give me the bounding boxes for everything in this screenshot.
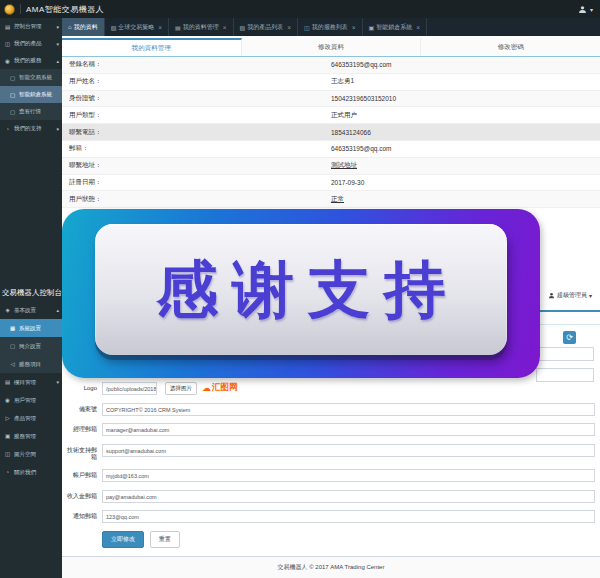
huitu-brand-logo: ☁ 汇图网 [202, 382, 238, 394]
admin-dropdown[interactable]: 超級管理員 ▾ [548, 291, 592, 300]
home-icon: ⌂ [68, 24, 72, 30]
sidebar-item-view-market[interactable]: ▢ 查看行情 [0, 103, 62, 120]
thanks-banner: 感谢支持 [62, 209, 540, 378]
table-row-login-name: 登錄名稱： 646353195@qq.com [62, 57, 600, 74]
info-icon: ◔ [4, 469, 11, 475]
logo-path-input[interactable]: /public/uploads/20180902/0 [102, 382, 157, 395]
admin-label: 超級管理員 [557, 291, 587, 300]
sitemap-icon: ▧ [240, 24, 246, 31]
support-email-input[interactable]: support@amadubai.com [102, 444, 595, 457]
sidebar-item-image-space[interactable]: ◫ 圖片空間 [0, 445, 62, 463]
sidebar-item-console-management[interactable]: ▤ 控制台管理 ▾ [0, 18, 62, 35]
table-row-user-status: 用戶狀態： 正常 [62, 191, 600, 208]
page-footer: 交易機器人 © 2017 AMA Trading Center [62, 556, 600, 578]
settings-row-logo: Logo /public/uploads/20180902/0 选择图片 ☁ 汇… [62, 382, 600, 395]
close-icon[interactable]: × [416, 24, 420, 31]
sidebar-item-our-products[interactable]: ◫ 我們的產品 ▾ [0, 35, 62, 52]
notify-email-input[interactable]: 123@qq.com [102, 510, 595, 523]
sidebar-item-product-management[interactable]: ▷ 產品管理 [0, 409, 62, 427]
chevron-down-icon: ▾ [56, 41, 59, 47]
file-icon: ▢ [9, 92, 16, 98]
select-image-button[interactable]: 选择图片 [165, 382, 197, 395]
sidebar-item-user-management[interactable]: ◉ 用戶管理 [0, 391, 62, 409]
hidden-input-fragment[interactable] [536, 347, 594, 361]
sidebar-item-service-items[interactable]: ◁ 服務項目 [0, 355, 62, 373]
navbar-divider [20, 4, 21, 14]
close-icon[interactable]: × [287, 24, 291, 31]
subtab-profile-management[interactable]: 我的資料管理 [62, 38, 242, 56]
book-icon: ▣ [4, 433, 11, 439]
desktop-icon: ▤ [4, 24, 11, 30]
form-icon: ▤ [175, 24, 181, 31]
flow-icon: ◫ [304, 24, 310, 31]
sidebar-settings-menu: ◈ 基本設置 ▴ ▦ 系統設置 ▢ 簡介設置 ◁ 服務項目 ▤ 欄目管理 ▾ ◉… [0, 301, 62, 481]
tab-global-trading-strategy[interactable]: ▧ 全球交易策略 × [105, 18, 169, 36]
settings-row-account-email: 帳戶郵箱 myjdtd@163.com [62, 469, 600, 482]
chevron-up-icon: ▴ [56, 58, 59, 64]
support-icon: ◔ [4, 126, 11, 132]
tab-my-profile-management[interactable]: ▤ 我的資料管理 × [169, 18, 233, 36]
cloud-icon: ☁ [202, 384, 211, 393]
sidebar-item-smart-trading-system[interactable]: ▢ 智能交易系統 [0, 69, 62, 86]
user-icon [548, 292, 555, 299]
chevron-up-icon: ▴ [56, 307, 59, 313]
image-icon: ◫ [4, 451, 11, 457]
sidebar-item-intro-settings[interactable]: ▢ 簡介設置 [0, 337, 62, 355]
subtab-change-password[interactable]: 修改密碼 [421, 38, 600, 56]
income-email-input[interactable]: pay@amadubai.com [102, 490, 595, 503]
reset-button[interactable]: 重置 [150, 531, 180, 548]
user-menu-button[interactable]: ▾ [578, 0, 593, 18]
tab-my-service-list[interactable]: ◫ 我的服務列表 × [298, 18, 362, 36]
file-icon: ▢ [9, 75, 16, 81]
table-row-register-date: 註冊日期： 2017-09-30 [62, 175, 600, 192]
refresh-button[interactable]: ⟳ [563, 331, 576, 344]
app-logo-icon [4, 4, 15, 15]
app-title: AMA智能交易機器人 [26, 4, 104, 15]
chevron-down-icon: ▾ [56, 24, 59, 30]
tab-my-profile[interactable]: ⌂ 我的資料 [62, 18, 105, 36]
table-row-email: 郵箱： 646353195@qq.com [62, 141, 600, 158]
tab-my-product-list[interactable]: ▧ 我的產品列表 × [234, 18, 298, 36]
record-number-input[interactable]: COPYRIGHT© 2016 CRM System [102, 403, 595, 416]
table-row-address: 聯繫地址： 測試地址 [62, 158, 600, 175]
close-icon[interactable]: × [352, 24, 356, 31]
settings-row-support-email: 技術支持郵箱 support@amadubai.com [62, 444, 600, 461]
sidebar-item-our-services[interactable]: ◉ 我們的服務 ▴ [0, 52, 62, 69]
sidebar-item-smart-lock-system[interactable]: ▢ 智能鎖倉系統 [0, 86, 62, 103]
chevron-down-icon: ▾ [590, 6, 593, 13]
profile-subtabs: 我的資料管理 修改資料 修改密碼 [62, 38, 600, 57]
subtab-edit-profile[interactable]: 修改資料 [242, 38, 422, 56]
tab-bar: ⌂ 我的資料 ▧ 全球交易策略 × ▤ 我的資料管理 × ▧ 我的產品列表 × … [62, 18, 600, 36]
manager-email-input[interactable]: manager@amadubai.com [102, 423, 595, 436]
profile-table: 登錄名稱： 646353195@qq.com 用戶姓名： 王志勇1 身份證號： … [62, 57, 600, 208]
settings-row-income-email: 收入金郵箱 pay@amadubai.com [62, 490, 600, 503]
logo-label: Logo [62, 382, 102, 392]
sidebar-item-column-management[interactable]: ▤ 欄目管理 ▾ [0, 373, 62, 391]
sidebar-item-our-support[interactable]: ◔ 我們的支持 ▾ [0, 120, 62, 137]
submit-button[interactable]: 立即修改 [102, 531, 144, 548]
settings-row-record-number: 備案號 COPYRIGHT© 2016 CRM System [62, 403, 600, 416]
sidebar: ▤ 控制台管理 ▾ ◫ 我們的產品 ▾ ◉ 我們的服務 ▴ ▢ 智能交易系統 ▢… [0, 18, 62, 578]
thanks-banner-button: 感谢支持 [95, 224, 507, 355]
user-icon: ◉ [4, 397, 11, 403]
thanks-banner-text: 感谢支持 [142, 248, 460, 332]
refresh-icon: ⟳ [566, 333, 573, 342]
sidebar-item-about-us[interactable]: ◔ 關於我們 [0, 463, 62, 481]
share-icon: ◈ [4, 307, 11, 313]
close-icon[interactable]: × [223, 24, 227, 31]
hidden-input-fragment[interactable] [536, 368, 594, 382]
settings-row-buttons: 立即修改 重置 [62, 531, 600, 548]
chevron-down-icon: ▾ [56, 379, 59, 385]
account-email-input[interactable]: myjdtd@163.com [102, 469, 595, 482]
panel-divider [534, 324, 600, 325]
table-row-user-name: 用戶姓名： 王志勇1 [62, 74, 600, 91]
user-icon [578, 5, 587, 14]
chevron-down-icon: ▾ [589, 292, 592, 299]
sitemap-icon: ▧ [111, 24, 117, 31]
tab-smart-lock-system[interactable]: ▣ 智能鎖倉系統 × [363, 18, 427, 36]
sidebar-item-system-settings[interactable]: ▦ 系統設置 [0, 319, 62, 337]
book-icon: ▣ [369, 24, 375, 31]
close-icon[interactable]: × [158, 24, 162, 31]
sidebar-item-basic-settings[interactable]: ◈ 基本設置 ▴ [0, 301, 62, 319]
sidebar-item-service-management[interactable]: ▣ 服務管理 [0, 427, 62, 445]
